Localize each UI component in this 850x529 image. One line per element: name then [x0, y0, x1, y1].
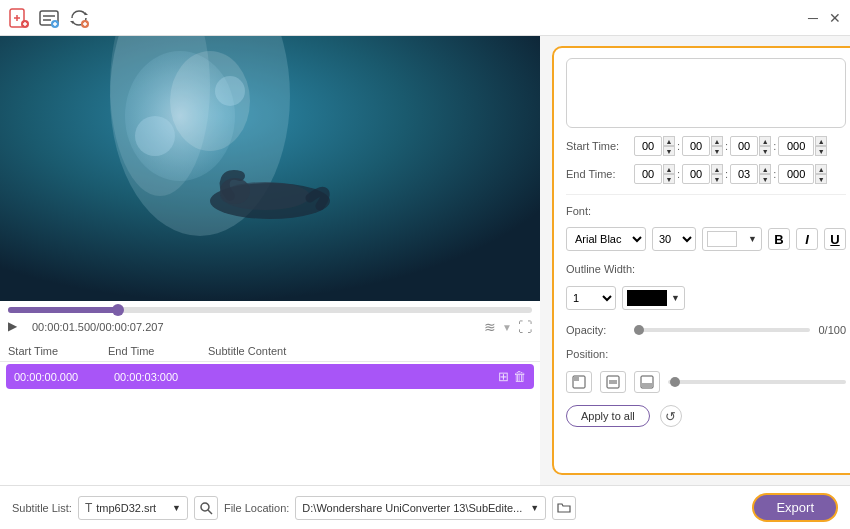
- font-row: Arial Blac Arial Times New Roman 30 12 1…: [566, 227, 846, 251]
- end-time-label: End Time:: [566, 168, 628, 180]
- file-path-selector[interactable]: D:\Wondershare UniConverter 13\SubEdite.…: [295, 496, 546, 520]
- subtitle-editor-panel: Start Time: ▲ ▼ : ▲ ▼: [552, 46, 850, 475]
- opacity-row: Opacity: 0/100: [566, 324, 846, 336]
- progress-bar[interactable]: [8, 307, 532, 313]
- svg-rect-28: [574, 377, 579, 381]
- open-folder-button[interactable]: [552, 496, 576, 520]
- underline-button[interactable]: U: [824, 228, 846, 250]
- end-ms-down[interactable]: ▼: [815, 174, 827, 184]
- subtitle-text-input[interactable]: [566, 58, 846, 128]
- end-h-input[interactable]: [634, 164, 662, 184]
- subtitle-file-selector[interactable]: T tmp6D32.srt ▼: [78, 496, 188, 520]
- subtitle-file-icon: T: [85, 501, 92, 515]
- subtitle-icon[interactable]: [38, 7, 60, 29]
- end-m-input[interactable]: [682, 164, 710, 184]
- start-h-up[interactable]: ▲: [663, 136, 675, 146]
- right-controls: ≋ ▼ ⛶: [484, 319, 532, 335]
- end-h-down[interactable]: ▼: [663, 174, 675, 184]
- close-button[interactable]: ✕: [828, 11, 842, 25]
- start-h-input[interactable]: [634, 136, 662, 156]
- end-h-up[interactable]: ▲: [663, 164, 675, 174]
- main-area: ▶ 00:00:01.500/00:00:07.207 ≋ ▼ ⛶ Start …: [0, 36, 850, 485]
- add-file-icon[interactable]: [8, 7, 30, 29]
- subtitle-search-button[interactable]: [194, 496, 218, 520]
- outline-width-select[interactable]: 1 0 2 3: [566, 286, 616, 310]
- end-s-down[interactable]: ▼: [759, 174, 771, 184]
- end-s-up[interactable]: ▲: [759, 164, 771, 174]
- subtitle-list-label: Subtitle List:: [12, 502, 72, 514]
- end-time-row: End Time: ▲ ▼ : ▲ ▼: [566, 164, 846, 184]
- start-ms-spinner: ▲ ▼: [778, 136, 827, 156]
- convert-icon[interactable]: [68, 7, 90, 29]
- start-m-up[interactable]: ▲: [711, 136, 723, 146]
- progress-thumb: [112, 304, 124, 316]
- end-s-spinner: ▲ ▼: [730, 164, 771, 184]
- bold-button[interactable]: B: [768, 228, 790, 250]
- play-button[interactable]: ▶: [8, 319, 24, 335]
- end-s-input[interactable]: [730, 164, 758, 184]
- font-name-select[interactable]: Arial Blac Arial Times New Roman: [566, 227, 646, 251]
- pos-center-icon: [606, 375, 620, 389]
- start-m-arrows: ▲ ▼: [711, 136, 723, 156]
- divider-1: [566, 194, 846, 195]
- start-s-down[interactable]: ▼: [759, 146, 771, 156]
- italic-button[interactable]: I: [796, 228, 818, 250]
- position-thumb: [670, 377, 680, 387]
- svg-point-22: [135, 116, 175, 156]
- outline-row: 1 0 2 3 ▼: [566, 286, 846, 310]
- outline-section-label: Outline Width:: [566, 263, 846, 275]
- video-player: [0, 36, 540, 301]
- end-m-down[interactable]: ▼: [711, 174, 723, 184]
- start-m-down[interactable]: ▼: [711, 146, 723, 156]
- outline-color-swatch: [627, 290, 667, 306]
- edit-row-button[interactable]: ⊞: [498, 369, 509, 384]
- export-button[interactable]: Export: [752, 493, 838, 522]
- outline-color-picker[interactable]: ▼: [622, 286, 685, 310]
- bottom-left: Subtitle List: T tmp6D32.srt ▼ File Loca…: [12, 496, 576, 520]
- progress-fill: [8, 307, 118, 313]
- start-ms-input[interactable]: [778, 136, 814, 156]
- waveform-icon[interactable]: ≋: [484, 319, 496, 335]
- font-size-select[interactable]: 30 12 16 24 36 48: [652, 227, 696, 251]
- start-s-input[interactable]: [730, 136, 758, 156]
- reset-button[interactable]: ↺: [660, 405, 682, 427]
- pos-top-left-button[interactable]: [566, 371, 592, 393]
- row-start-time: 00:00:00.000: [14, 371, 114, 383]
- minimize-button[interactable]: ─: [806, 11, 820, 25]
- font-section-label: Font:: [566, 205, 846, 217]
- opacity-slider[interactable]: [634, 328, 810, 332]
- start-m-input[interactable]: [682, 136, 710, 156]
- start-h-arrows: ▲ ▼: [663, 136, 675, 156]
- apply-to-all-button[interactable]: Apply to all: [566, 405, 650, 427]
- svg-marker-13: [70, 21, 73, 24]
- font-color-picker[interactable]: ▼: [702, 227, 762, 251]
- delete-row-button[interactable]: 🗑: [513, 369, 526, 384]
- file-path-arrow: ▼: [530, 503, 539, 513]
- start-ms-up[interactable]: ▲: [815, 136, 827, 146]
- start-h-down[interactable]: ▼: [663, 146, 675, 156]
- svg-marker-12: [85, 12, 88, 15]
- table-row[interactable]: 00:00:00.000 00:00:03:000 ⊞ 🗑: [6, 364, 534, 389]
- start-ms-down[interactable]: ▼: [815, 146, 827, 156]
- start-s-arrows: ▲ ▼: [759, 136, 771, 156]
- end-m-spinner: ▲ ▼: [682, 164, 723, 184]
- start-ms-arrows: ▲ ▼: [815, 136, 827, 156]
- position-row: [566, 371, 846, 393]
- pos-bottom-button[interactable]: [634, 371, 660, 393]
- bottom-bar: Subtitle List: T tmp6D32.srt ▼ File Loca…: [0, 485, 850, 529]
- svg-line-34: [208, 510, 212, 514]
- start-s-up[interactable]: ▲: [759, 136, 771, 146]
- end-ms-input[interactable]: [778, 164, 814, 184]
- end-h-arrows: ▲ ▼: [663, 164, 675, 184]
- subtitle-header: Start Time End Time Subtitle Content: [0, 341, 540, 362]
- pos-center-button[interactable]: [600, 371, 626, 393]
- expand-icon[interactable]: ⛶: [518, 319, 532, 335]
- pos-bottom-icon: [640, 375, 654, 389]
- svg-point-33: [201, 503, 209, 511]
- end-m-up[interactable]: ▲: [711, 164, 723, 174]
- position-section-label: Position:: [566, 348, 846, 360]
- end-ms-up[interactable]: ▲: [815, 164, 827, 174]
- svg-rect-32: [642, 383, 652, 387]
- outline-color-arrow: ▼: [671, 293, 680, 303]
- position-slider[interactable]: [668, 380, 846, 384]
